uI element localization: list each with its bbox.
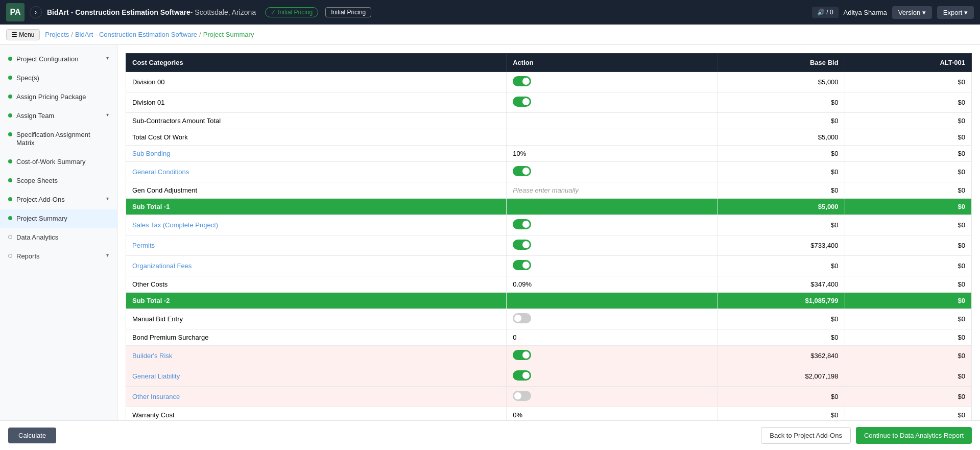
breadcrumb-bar: ☰ Menu Projects / BidArt - Construction … [0,25,980,45]
cell-category: Manual Bid Entry [126,309,507,329]
cell-action[interactable] [507,387,718,407]
continue-to-report-button[interactable]: Continue to Data Analytics Report [856,427,972,444]
cell-base-bid: $5,000 [718,129,845,146]
cell-category[interactable]: Permits [126,235,507,256]
volume-button[interactable]: 🔊 / 0 [812,7,839,18]
sidebar-label-project-summary: Project Summary [16,215,67,223]
cell-action[interactable] [507,366,718,387]
cell-alt001: $0 [845,407,971,421]
cell-base-bid: $0 [718,256,845,276]
toggle-switch[interactable] [513,260,531,270]
sidebar-item-cost-work[interactable]: Cost-of-Work Summary [0,153,117,172]
sidebar-item-project-config[interactable]: Project Configuration▾ [0,50,117,69]
cell-category[interactable]: Organizational Fees [126,256,507,276]
toggle-switch[interactable] [513,97,531,107]
breadcrumb-app[interactable]: BidArt - Construction Estimation Softwar… [75,31,197,38]
cell-action[interactable] [507,92,718,113]
sidebar-dot-assign-team [8,113,12,117]
cell-action[interactable] [507,309,718,329]
app-logo: PA [6,3,25,21]
toggle-switch[interactable] [513,350,531,360]
cell-category: Sub Total -2 [126,293,507,309]
cell-base-bid: $0 [718,92,845,113]
table-row: Division 00$5,000$0 [126,72,972,92]
cell-alt001: $0 [845,235,971,256]
toggle-switch[interactable] [513,166,531,176]
table-row: General Conditions$0$0 [126,162,972,182]
cell-category[interactable]: Builder's Risk [126,346,507,366]
cell-category[interactable]: General Liability [126,366,507,387]
cell-category: Sub Total -1 [126,199,507,215]
menu-button[interactable]: ☰ Menu [6,29,40,40]
cell-base-bid: $0 [718,329,845,346]
pricing-status-badge: ✓ Initial Pricing [265,7,318,17]
cell-category: Total Cost Of Work [126,129,507,146]
sidebar-item-assign-pricing[interactable]: Assign Pricing Package [0,88,117,107]
toggle-switch[interactable] [513,313,531,323]
table-row: Sub-Contractors Amount Total$0$0 [126,113,972,129]
sidebar-item-specs[interactable]: Spec(s) [0,69,117,88]
sidebar-dot-scope-sheets [8,178,12,182]
cell-action [507,113,718,129]
toggle-switch[interactable] [513,370,531,381]
breadcrumb-projects[interactable]: Projects [45,31,69,38]
cell-category[interactable]: Sub Bonding [126,146,507,162]
cell-action[interactable] [507,72,718,92]
cell-action: 0% [507,407,718,421]
cell-action[interactable] [507,215,718,235]
sidebar-item-project-summary[interactable]: Project Summary [0,209,117,228]
breadcrumb-sep-2: / [199,31,201,38]
cell-base-bid: $0 [718,309,845,329]
sidebar-label-assign-pricing: Assign Pricing Package [16,93,86,102]
toggle-switch[interactable] [513,240,531,250]
cell-action[interactable] [507,346,718,366]
export-button[interactable]: Export ▾ [937,6,974,19]
back-to-addons-button[interactable]: Back to Project Add-Ons [761,427,851,444]
cell-category: Sub-Contractors Amount Total [126,113,507,129]
cell-alt001: $0 [845,199,971,215]
sidebar-item-reports[interactable]: Reports▾ [0,247,117,266]
sidebar-dot-assign-pricing [8,94,12,99]
toggle-switch[interactable] [513,219,531,229]
cell-action[interactable] [507,235,718,256]
cell-alt001: $0 [845,256,971,276]
cell-alt001: $0 [845,162,971,182]
nav-left: PA › BidArt - Construction Estimation So… [6,3,371,21]
cell-base-bid: $0 [718,113,845,129]
sidebar-item-spec-matrix[interactable]: Specification Assignment Matrix [0,126,117,153]
sidebar-label-specs: Spec(s) [16,74,39,83]
cell-action[interactable] [507,256,718,276]
cell-base-bid: $0 [718,407,845,421]
version-button[interactable]: Version ▾ [892,6,932,19]
nav-back-button[interactable]: › [30,6,42,18]
cell-alt001: $0 [845,129,971,146]
pricing-button[interactable]: Initial Pricing [325,7,371,17]
toggle-switch[interactable] [513,76,531,86]
bottom-bar: Calculate Back to Project Add-Ons Contin… [0,420,980,450]
toggle-switch[interactable] [513,391,531,401]
cell-alt001: $0 [845,346,971,366]
cell-category[interactable]: Other Insurance [126,387,507,407]
sidebar-item-project-addons[interactable]: Project Add-Ons▾ [0,191,117,209]
cell-action[interactable] [507,162,718,182]
cell-base-bid: $362,840 [718,346,845,366]
sidebar-arrow-reports: ▾ [106,252,109,258]
calculate-button[interactable]: Calculate [8,428,56,443]
user-name: Aditya Sharma [844,9,887,16]
sidebar-arrow-project-addons: ▾ [106,196,109,201]
cell-base-bid: $0 [718,182,845,199]
sidebar-item-scope-sheets[interactable]: Scope Sheets [0,172,117,191]
cell-category[interactable]: Sales Tax (Complete Project) [126,215,507,235]
cell-base-bid: $0 [718,146,845,162]
cell-action: 0.09% [507,276,718,293]
cell-alt001: $0 [845,146,971,162]
cell-category[interactable]: General Conditions [126,162,507,182]
col-base-bid: Base Bid [718,54,845,72]
sidebar-item-data-analytics[interactable]: Data Analytics [0,228,117,247]
cell-alt001: $0 [845,215,971,235]
app-title: BidArt - Construction Estimation Softwar… [47,8,256,16]
nav-right: 🔊 / 0 Aditya Sharma Version ▾ Export ▾ [812,6,974,19]
main-layout: Project Configuration▾Spec(s)Assign Pric… [0,45,980,420]
cell-category: Other Costs [126,276,507,293]
sidebar-item-assign-team[interactable]: Assign Team▾ [0,107,117,126]
